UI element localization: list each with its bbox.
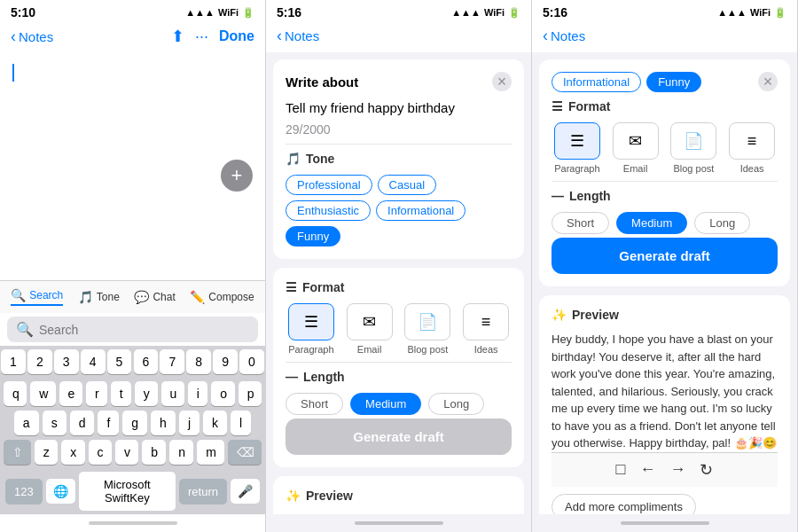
length-long-3[interactable]: Long [694, 212, 750, 234]
write-about-close[interactable]: × [492, 72, 512, 91]
forward-arrow-icon[interactable]: → [669, 460, 685, 480]
key-p[interactable]: p [239, 381, 262, 406]
key-y[interactable]: y [135, 381, 158, 406]
key-o[interactable]: o [211, 381, 234, 406]
tag-professional[interactable]: Professional [286, 175, 372, 195]
key-a[interactable]: a [14, 411, 39, 435]
key-i[interactable]: i [188, 381, 208, 406]
tag-enthusiastic[interactable]: Enthusiastic [286, 200, 371, 221]
generate-draft-button-3[interactable]: Generate draft [552, 238, 778, 274]
close-btn-3[interactable]: × [758, 72, 778, 91]
format-paragraph[interactable]: ☰ Paragraph [288, 303, 334, 355]
toolbar-tone[interactable]: 🎵 Tone [78, 290, 120, 304]
nav-bar-3: ‹ Notes [532, 23, 797, 52]
key-return[interactable]: return [179, 479, 227, 505]
key-0[interactable]: 0 [239, 349, 264, 374]
nav-back-1[interactable]: ‹ Notes [11, 27, 53, 46]
refresh-icon[interactable]: ↻ [700, 460, 713, 480]
key-u[interactable]: u [161, 381, 184, 406]
key-e[interactable]: e [59, 381, 82, 406]
key-emoji[interactable]: 🌐 [46, 479, 75, 504]
key-t[interactable]: t [111, 381, 131, 406]
key-s[interactable]: s [43, 411, 66, 435]
key-3[interactable]: 3 [54, 349, 79, 374]
key-8[interactable]: 8 [186, 349, 211, 374]
toolbar-compose[interactable]: ✏️ Compose [190, 290, 254, 304]
panel2-content: Write about × Tell my friend happy birth… [266, 52, 531, 514]
key-j[interactable]: j [179, 411, 200, 435]
key-shift[interactable]: ⇧ [4, 440, 31, 465]
key-q[interactable]: q [4, 381, 27, 406]
tag-funny-3[interactable]: Funny [646, 72, 701, 92]
tag-informational[interactable]: Informational [376, 200, 466, 221]
more-icon[interactable]: ··· [195, 27, 208, 46]
format-ideas-3[interactable]: ≡ Ideas [729, 122, 775, 174]
key-1[interactable]: 1 [1, 349, 26, 374]
key-x[interactable]: x [61, 440, 84, 465]
search-icon: 🔍 [11, 288, 26, 302]
format-blog-3[interactable]: 📄 Blog post [670, 122, 716, 174]
length-tags-2: Short Medium Long [286, 393, 512, 415]
key-r[interactable]: r [86, 381, 107, 406]
keyboard-search-bar[interactable]: 🔍 [7, 317, 258, 342]
generate-draft-button[interactable]: Generate draft [286, 419, 512, 455]
key-numbers[interactable]: 123 [5, 479, 43, 505]
toolbar-search[interactable]: 🔍 Search [11, 288, 63, 306]
key-2[interactable]: 2 [27, 349, 52, 374]
key-z[interactable]: z [35, 440, 58, 465]
key-c[interactable]: c [89, 440, 112, 465]
wifi-icon-2: WiFi [484, 7, 505, 18]
key-mic[interactable]: 🎤 [231, 479, 260, 504]
length-medium[interactable]: Medium [350, 393, 421, 415]
key-l[interactable]: l [231, 411, 251, 435]
write-subtext: 29/2000 [286, 122, 512, 137]
key-m[interactable]: m [197, 440, 224, 465]
format-email-3[interactable]: ✉ Email [613, 122, 659, 174]
format-paragraph-3[interactable]: ☰ Paragraph [554, 122, 600, 174]
format-email[interactable]: ✉ Email [347, 303, 393, 355]
key-5[interactable]: 5 [107, 349, 132, 374]
toolbar-chat[interactable]: 💬 Chat [134, 290, 175, 304]
key-space[interactable]: Microsoft SwiftKey [79, 472, 176, 511]
format-email-label-3: Email [623, 163, 648, 174]
fab-button[interactable]: + [221, 160, 253, 192]
key-d[interactable]: d [70, 411, 95, 435]
key-b[interactable]: b [142, 440, 166, 465]
done-button[interactable]: Done [219, 28, 254, 44]
tag-casual[interactable]: Casual [378, 175, 436, 195]
back-arrow-icon[interactable]: ← [639, 460, 655, 480]
key-delete[interactable]: ⌫ [228, 440, 262, 465]
status-bar-2: 5:16 ▲▲▲ WiFi 🔋 [266, 0, 531, 23]
key-g[interactable]: g [122, 411, 147, 435]
bottom-toolbar: 🔍 Search 🎵 Tone 💬 Chat ✏️ Compose [0, 280, 265, 313]
format-ideas-label-3: Ideas [740, 163, 764, 174]
key-4[interactable]: 4 [81, 349, 106, 374]
key-7[interactable]: 7 [160, 349, 184, 374]
format-blog[interactable]: 📄 Blog post [404, 303, 450, 355]
nav-back-2[interactable]: ‹ Notes [277, 27, 319, 45]
key-k[interactable]: k [203, 411, 227, 435]
key-h[interactable]: h [151, 411, 176, 435]
length-short-3[interactable]: Short [552, 212, 609, 234]
key-w[interactable]: w [30, 381, 55, 406]
signal-icon: ▲▲▲ [185, 7, 215, 18]
length-long[interactable]: Long [428, 393, 484, 415]
key-v[interactable]: v [115, 440, 138, 465]
key-f[interactable]: f [98, 411, 119, 435]
nav-back-3[interactable]: ‹ Notes [543, 27, 585, 45]
write-text: Tell my friend happy birthday [286, 100, 512, 115]
length-short[interactable]: Short [286, 393, 343, 415]
key-6[interactable]: 6 [134, 349, 159, 374]
editor-area[interactable]: + [0, 53, 265, 280]
share-icon[interactable]: ⬆ [171, 27, 184, 46]
key-9[interactable]: 9 [213, 349, 238, 374]
tag-informational-3[interactable]: Informational [552, 72, 641, 92]
tag-funny[interactable]: Funny [286, 226, 340, 246]
format-ideas[interactable]: ≡ Ideas [463, 303, 509, 355]
toolbar-compose-label: Compose [208, 291, 254, 303]
length-medium-3[interactable]: Medium [616, 212, 687, 234]
square-icon[interactable]: □ [616, 460, 626, 480]
search-input[interactable] [39, 323, 249, 337]
add-compliments-button[interactable]: Add more compliments [552, 494, 696, 515]
key-n[interactable]: n [169, 440, 193, 465]
